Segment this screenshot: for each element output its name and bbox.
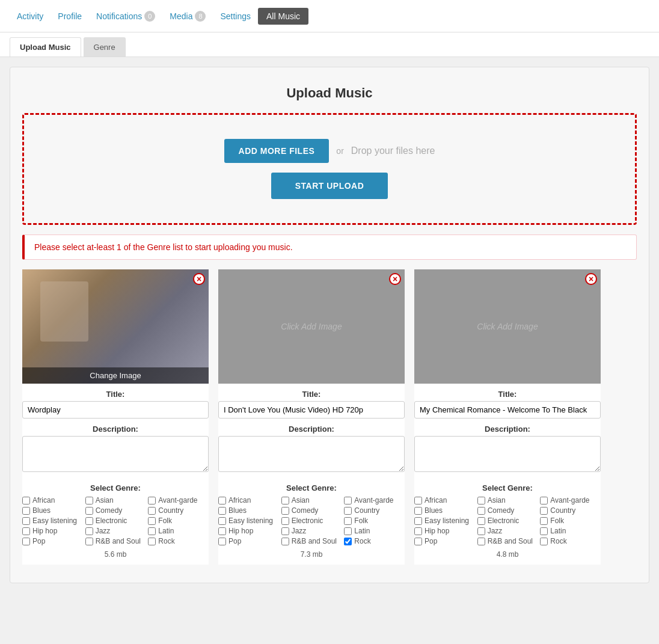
genre-checkbox-1-5[interactable] <box>148 507 156 515</box>
close-file-2[interactable]: × <box>389 273 401 285</box>
genre-item-3-5[interactable]: Country <box>540 506 601 515</box>
genre-checkbox-3-10[interactable] <box>477 527 485 535</box>
genre-checkbox-2-3[interactable] <box>218 507 226 515</box>
tab-upload-music[interactable]: Upload Music <box>10 37 81 57</box>
genre-checkbox-1-4[interactable] <box>85 507 93 515</box>
genre-checkbox-1-0[interactable] <box>22 497 30 504</box>
genre-checkbox-1-9[interactable] <box>22 527 30 535</box>
title-input-3[interactable] <box>414 401 601 419</box>
genre-checkbox-3-5[interactable] <box>540 507 548 515</box>
genre-item-3-12[interactable]: Pop <box>414 537 475 545</box>
nav-settings[interactable]: Settings <box>213 0 258 32</box>
genre-checkbox-3-14[interactable] <box>540 538 548 545</box>
genre-checkbox-2-1[interactable] <box>281 497 289 504</box>
genre-checkbox-3-7[interactable] <box>477 517 485 525</box>
genre-item-3-2[interactable]: Avant-garde <box>540 496 601 504</box>
genre-item-1-13[interactable]: R&B and Soul <box>85 537 146 545</box>
genre-checkbox-2-10[interactable] <box>281 527 289 535</box>
genre-item-1-11[interactable]: Latin <box>148 527 209 535</box>
genre-item-1-14[interactable]: Rock <box>148 537 209 545</box>
genre-checkbox-2-6[interactable] <box>218 517 226 525</box>
genre-item-2-4[interactable]: Comedy <box>281 506 342 515</box>
genre-checkbox-3-1[interactable] <box>477 497 485 504</box>
nav-all-music[interactable]: All Music <box>258 8 308 25</box>
genre-checkbox-2-4[interactable] <box>281 507 289 515</box>
genre-checkbox-3-8[interactable] <box>540 517 548 525</box>
genre-checkbox-3-0[interactable] <box>414 497 422 504</box>
genre-checkbox-3-12[interactable] <box>414 538 422 545</box>
drop-zone[interactable]: ADD MORE FILES or Drop your files here S… <box>22 113 637 225</box>
genre-checkbox-2-7[interactable] <box>281 517 289 525</box>
tab-genre[interactable]: Genre <box>84 37 126 57</box>
genre-checkbox-1-2[interactable] <box>148 497 156 504</box>
genre-item-1-3[interactable]: Blues <box>22 506 83 515</box>
genre-checkbox-1-12[interactable] <box>22 538 30 545</box>
genre-item-1-6[interactable]: Easy listening <box>22 517 83 525</box>
nav-profile[interactable]: Profile <box>51 0 89 32</box>
genre-item-2-2[interactable]: Avant-garde <box>344 496 405 504</box>
genre-item-3-9[interactable]: Hip hop <box>414 527 475 535</box>
nav-media[interactable]: Media 8 <box>162 0 213 32</box>
genre-item-2-7[interactable]: Electronic <box>281 517 342 525</box>
genre-checkbox-3-9[interactable] <box>414 527 422 535</box>
genre-item-1-5[interactable]: Country <box>148 506 209 515</box>
genre-item-2-10[interactable]: Jazz <box>281 527 342 535</box>
genre-item-1-9[interactable]: Hip hop <box>22 527 83 535</box>
genre-item-2-9[interactable]: Hip hop <box>218 527 279 535</box>
genre-item-3-11[interactable]: Latin <box>540 527 601 535</box>
nav-activity[interactable]: Activity <box>10 0 51 32</box>
desc-textarea-2[interactable] <box>218 436 405 472</box>
change-image-1[interactable]: Change Image <box>22 367 209 384</box>
genre-checkbox-1-11[interactable] <box>148 527 156 535</box>
genre-item-3-14[interactable]: Rock <box>540 537 601 545</box>
desc-textarea-3[interactable] <box>414 436 601 472</box>
genre-checkbox-2-2[interactable] <box>344 497 352 504</box>
genre-checkbox-2-13[interactable] <box>281 538 289 545</box>
genre-checkbox-1-3[interactable] <box>22 507 30 515</box>
genre-checkbox-2-8[interactable] <box>344 517 352 525</box>
genre-item-3-4[interactable]: Comedy <box>477 506 538 515</box>
genre-checkbox-1-10[interactable] <box>85 527 93 535</box>
genre-checkbox-3-11[interactable] <box>540 527 548 535</box>
genre-item-2-8[interactable]: Folk <box>344 517 405 525</box>
genre-item-3-1[interactable]: Asian <box>477 496 538 504</box>
title-input-2[interactable] <box>218 401 405 419</box>
genre-checkbox-1-6[interactable] <box>22 517 30 525</box>
genre-item-2-5[interactable]: Country <box>344 506 405 515</box>
genre-item-3-3[interactable]: Blues <box>414 506 475 515</box>
genre-checkbox-2-5[interactable] <box>344 507 352 515</box>
genre-checkbox-2-11[interactable] <box>344 527 352 535</box>
close-file-3[interactable]: × <box>585 273 597 285</box>
genre-item-3-6[interactable]: Easy listening <box>414 517 475 525</box>
genre-checkbox-2-9[interactable] <box>218 527 226 535</box>
genre-checkbox-2-0[interactable] <box>218 497 226 504</box>
desc-textarea-1[interactable] <box>22 436 209 472</box>
genre-checkbox-1-13[interactable] <box>85 538 93 545</box>
genre-checkbox-3-2[interactable] <box>540 497 548 504</box>
start-upload-button[interactable]: START UPLOAD <box>271 173 388 199</box>
genre-checkbox-1-8[interactable] <box>148 517 156 525</box>
genre-checkbox-2-12[interactable] <box>218 538 226 545</box>
genre-item-2-0[interactable]: African <box>218 496 279 504</box>
genre-item-1-12[interactable]: Pop <box>22 537 83 545</box>
genre-item-3-0[interactable]: African <box>414 496 475 504</box>
genre-item-1-4[interactable]: Comedy <box>85 506 146 515</box>
genre-item-1-10[interactable]: Jazz <box>85 527 146 535</box>
genre-item-2-14[interactable]: Rock <box>344 537 405 545</box>
genre-item-2-12[interactable]: Pop <box>218 537 279 545</box>
genre-item-1-0[interactable]: African <box>22 496 83 504</box>
genre-checkbox-3-4[interactable] <box>477 507 485 515</box>
genre-checkbox-1-14[interactable] <box>148 538 156 545</box>
genre-checkbox-3-13[interactable] <box>477 538 485 545</box>
genre-item-1-1[interactable]: Asian <box>85 496 146 504</box>
genre-item-2-11[interactable]: Latin <box>344 527 405 535</box>
file-image-3[interactable]: Click Add Image <box>414 269 601 384</box>
nav-notifications[interactable]: Notifications 0 <box>89 0 162 32</box>
genre-item-1-2[interactable]: Avant-garde <box>148 496 209 504</box>
genre-checkbox-2-14[interactable] <box>344 538 352 545</box>
genre-item-1-7[interactable]: Electronic <box>85 517 146 525</box>
genre-checkbox-1-7[interactable] <box>85 517 93 525</box>
genre-item-1-8[interactable]: Folk <box>148 517 209 525</box>
genre-item-3-10[interactable]: Jazz <box>477 527 538 535</box>
genre-item-2-13[interactable]: R&B and Soul <box>281 537 342 545</box>
